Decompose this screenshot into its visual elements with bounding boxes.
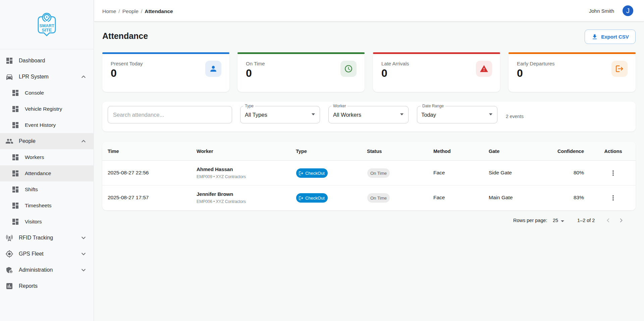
svg-text:SITE: SITE — [42, 28, 52, 33]
